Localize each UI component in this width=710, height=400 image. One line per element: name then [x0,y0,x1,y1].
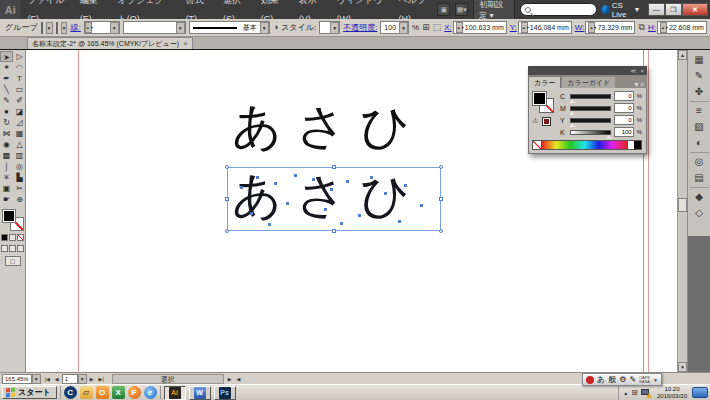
task-illustrator[interactable]: Ai [164,386,186,400]
ime-input-mode[interactable]: あ [597,374,605,386]
network-status-icon[interactable] [641,388,652,398]
selection-tool[interactable]: ➤ [0,51,13,62]
cyan-slider[interactable] [570,94,611,99]
panel-fill-swatch[interactable] [532,91,547,106]
ime-tools-icon[interactable]: ⚙ [619,374,626,386]
stroke-panel-icon[interactable]: ≡ [690,103,709,119]
zoom-dropdown-icon[interactable]: ▼ [32,374,41,384]
selection-handle[interactable] [439,165,443,169]
anchor-point[interactable] [384,192,387,195]
scroll-left-icon[interactable]: ◀ [235,374,243,384]
selection-handle[interactable] [225,165,229,169]
transform-reference-icon[interactable]: ⬚ [433,21,442,34]
gradient-button[interactable] [9,234,16,241]
cyan-value[interactable]: 0 [614,91,634,101]
black-swatch[interactable] [634,141,641,149]
gradient-tool[interactable]: ▥ [13,150,26,161]
hand-tool[interactable]: ☛ [0,194,13,205]
firefox-icon[interactable]: F [128,386,141,399]
brushes-panel-icon[interactable]: ✎ [690,68,709,84]
draw-inside-button[interactable] [17,245,24,252]
anchor-point[interactable] [240,186,243,189]
graphic-styles-panel-icon[interactable]: ◆ [690,189,709,205]
anchor-point[interactable] [398,220,401,223]
arrange-documents-icon[interactable]: ▣ [437,3,450,16]
anchor-point[interactable] [250,212,253,215]
width-tool[interactable]: ⋈ [0,128,13,139]
opacity-combo[interactable]: 100▼ [380,21,409,34]
perspective-grid-tool[interactable]: △ [13,139,26,150]
blob-brush-tool[interactable]: ● [0,106,13,117]
close-button[interactable]: ✕ [682,3,708,16]
explorer-folder-icon[interactable]: ▱ [80,386,93,399]
links-panel-icon[interactable]: ◇ [690,205,709,221]
outlook-icon[interactable]: O [96,386,109,399]
zoom-tool[interactable]: ⊕ [13,194,26,205]
free-transform-tool[interactable]: ▦ [13,128,26,139]
selection-handle[interactable] [439,229,443,233]
anchor-point[interactable] [346,180,349,183]
white-swatch[interactable] [627,141,634,149]
selection-handle[interactable] [332,165,336,169]
align-icon[interactable]: ⊞ [422,21,430,34]
tab-color-guide[interactable]: カラーガイド [561,76,616,88]
swatches-panel-icon[interactable]: ▦ [690,52,709,68]
ime-options-icon[interactable]: ▼ [653,377,658,383]
selection-handle[interactable] [439,197,443,201]
anchor-point[interactable] [312,178,315,181]
fill-swatch[interactable] [2,209,16,223]
minimize-button[interactable]: — [648,3,665,16]
transparency-panel-icon[interactable]: ◐ [690,135,709,151]
gradient-panel-icon[interactable]: ▧ [690,119,709,135]
scroll-right-icon[interactable]: ▶ [226,374,234,384]
start-button[interactable]: スタート [2,386,57,399]
blend-tool[interactable]: ◎ [13,161,26,172]
stroke-link[interactable]: 線: [70,22,80,33]
next-artboard-icon[interactable]: ▶ [88,374,96,384]
cs-live-button[interactable]: CS Live ▾ [602,1,639,19]
constrain-proportions-icon[interactable]: ⧉ [638,21,644,34]
appearance-panel-icon[interactable]: ◎ [690,154,709,170]
color-button[interactable] [1,234,8,241]
w-label[interactable]: W: [575,23,585,32]
anchor-point[interactable] [404,184,407,187]
task-photoshop[interactable]: Ps [214,386,236,400]
draw-behind-button[interactable] [9,245,16,252]
graphic-style-combo[interactable]: ▼ [319,21,340,34]
y-label[interactable]: Y: [510,23,517,32]
eraser-tool[interactable]: ◪ [13,106,26,117]
anchor-point[interactable] [330,188,333,191]
yellow-value[interactable]: 0 [614,115,634,125]
hidden-icons-chevron[interactable]: ▲ [623,386,628,400]
magic-wand-tool[interactable]: ✶ [0,62,13,73]
selection-handle[interactable] [225,197,229,201]
ime-pad-icon[interactable]: ✎ [629,374,636,386]
artboard-number[interactable]: 1 [62,374,78,384]
anchor-point[interactable] [294,174,297,177]
selection-bounding-box[interactable] [227,167,441,231]
layers-panel-icon[interactable]: ▤ [690,170,709,186]
panel-menu-icon[interactable]: ▼≡ [633,81,647,88]
color-panel-titlebar[interactable]: ≪ × [528,66,647,75]
screen-layout-icon[interactable]: ▦▾ [455,3,468,16]
rectangle-tool[interactable]: ▭ [13,84,26,95]
anchor-point[interactable] [268,223,271,226]
selection-handle[interactable] [225,229,229,233]
scroll-down-icon[interactable]: ▼ [678,362,687,372]
anchor-point[interactable] [420,204,423,207]
column-graph-tool[interactable]: ▙ [13,172,26,183]
black-slider[interactable] [570,130,611,135]
shape-builder-tool[interactable]: ◉ [0,139,13,150]
first-artboard-icon[interactable]: |◀ [43,374,52,384]
internet-explorer-icon[interactable]: e [144,386,157,399]
opacity-link[interactable]: 不透明度: [343,22,377,33]
none-color-swatch[interactable] [533,141,542,149]
show-desktop-button[interactable] [692,387,708,398]
stroke-color-swatch[interactable] [56,22,58,34]
magenta-slider[interactable] [570,106,611,111]
panel-close-icon[interactable]: × [640,68,644,74]
draw-normal-button[interactable] [1,245,8,252]
prev-artboard-icon[interactable]: ◀ [53,374,61,384]
recolor-artwork-icon[interactable]: ◑ [273,21,278,34]
anchor-point[interactable] [370,176,373,179]
